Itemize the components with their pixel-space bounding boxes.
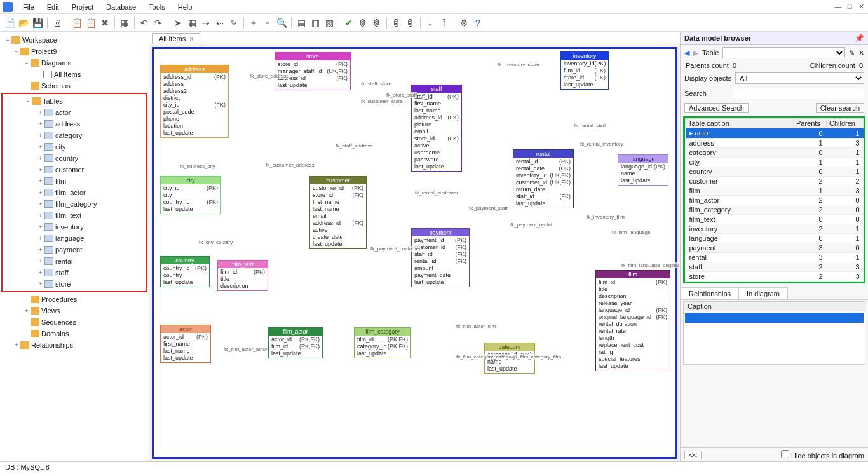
tree-table-staff[interactable]: +staff (3, 267, 146, 278)
grid-row-film_text[interactable]: film_text00 (686, 215, 864, 224)
close-panel-icon[interactable]: ✕ (858, 49, 864, 57)
tree-procedures[interactable]: Procedures (41, 296, 77, 303)
tree-tables[interactable]: Tables (43, 97, 63, 105)
tree-table-film_category[interactable]: +film_category (3, 198, 146, 210)
tree-table-city[interactable]: +city (3, 141, 146, 153)
paste-icon[interactable]: 📋 (85, 17, 97, 29)
relationships-selected-row[interactable] (685, 313, 864, 323)
undo-icon[interactable]: ↶ (139, 17, 150, 29)
nav-back-icon[interactable]: ◀ (684, 49, 689, 57)
grid-row-film[interactable]: film13 (686, 186, 864, 196)
grid-row-film_category[interactable]: film_category20 (686, 205, 864, 215)
grid-row-city[interactable]: city11 (686, 158, 864, 167)
menu-project[interactable]: Project (65, 2, 100, 12)
minimize-icon[interactable]: — (834, 3, 843, 11)
redo-icon[interactable]: ↷ (153, 17, 164, 29)
entity-film_actor[interactable]: film_actoractor_id(PK,FK)film_id(PK,FK)l… (268, 327, 323, 358)
tree-project[interactable]: Project9 (31, 48, 57, 55)
project-tree[interactable]: −Workspace −Project9 −Diagrams All Items… (0, 32, 149, 461)
menu-database[interactable]: Database (100, 2, 142, 12)
zoomfit-icon[interactable]: 🔍 (276, 17, 287, 29)
grid-row-inventory[interactable]: inventory21 (686, 224, 864, 234)
tree-table-address[interactable]: +address (3, 118, 146, 130)
grid-icon[interactable]: ▦ (119, 17, 130, 29)
pin-icon[interactable]: 📌 (855, 34, 864, 43)
settings-icon[interactable]: ⚙ (458, 17, 470, 29)
tree-table-category[interactable]: +category (3, 130, 146, 141)
entity-film[interactable]: filmfilm_id(PK)titledescriptionrelease_y… (595, 270, 670, 371)
object-select[interactable] (722, 47, 845, 58)
tree-table-rental[interactable]: +rental (3, 255, 146, 267)
tree-table-film_text[interactable]: +film_text (3, 210, 146, 221)
grid-row-address[interactable]: address13 (686, 139, 864, 148)
layout3-icon[interactable]: ▧ (323, 17, 335, 29)
tree-table-country[interactable]: +country (3, 153, 146, 164)
entity-staff[interactable]: staffstaff_id(PK)first_namelast_nameaddr… (411, 85, 462, 172)
col-caption[interactable]: Table caption (686, 119, 794, 128)
save-icon[interactable]: 💾 (32, 17, 43, 29)
tree-table-film[interactable]: +film (3, 175, 146, 187)
grid-row-film_actor[interactable]: film_actor20 (686, 196, 864, 205)
tab-relationships[interactable]: Relationships (681, 287, 739, 299)
menu-file[interactable]: File (17, 2, 41, 12)
db4-icon[interactable]: 🛢 (405, 17, 416, 29)
menu-help[interactable]: Help (172, 2, 199, 12)
pointer-icon[interactable]: ➤ (172, 17, 184, 29)
nav-fwd-icon[interactable]: ▶ (693, 49, 698, 57)
diagram-canvas[interactable]: addressaddress_id(PK)addressaddress2dist… (152, 47, 677, 459)
tree-allitems[interactable]: All Items (54, 71, 81, 78)
open-icon[interactable]: 📂 (18, 17, 29, 29)
grid-row-store[interactable]: store23 (686, 272, 864, 282)
copy-icon[interactable]: 📋 (71, 17, 83, 29)
db3-icon[interactable]: 🛢 (391, 17, 402, 29)
layout2-icon[interactable]: ▥ (309, 17, 321, 29)
grid-row-country[interactable]: country01 (686, 167, 864, 177)
menu-edit[interactable]: Edit (41, 2, 65, 12)
close-icon[interactable]: ✕ (857, 3, 865, 11)
grid-row-actor[interactable]: ▸ actor01 (686, 128, 864, 139)
grid-row-staff[interactable]: staff23 (686, 262, 864, 272)
zoomin-icon[interactable]: ＋ (248, 17, 259, 29)
table-tool-icon[interactable]: ▦ (186, 17, 198, 29)
tree-relationships[interactable]: Relationships (31, 341, 73, 349)
grid-row-category[interactable]: category01 (686, 148, 864, 158)
delete-icon[interactable]: ✖ (99, 17, 111, 29)
import-icon[interactable]: ⭳ (424, 17, 436, 29)
db1-icon[interactable]: 🛢 (357, 17, 369, 29)
display-objects-select[interactable]: All (735, 72, 864, 84)
tree-views[interactable]: Views (41, 307, 60, 315)
rel2-tool-icon[interactable]: ⇠ (214, 17, 226, 29)
layout1-icon[interactable]: ▤ (295, 17, 307, 29)
tables-grid[interactable]: Table caption Parents Children ▸ actor01… (685, 118, 864, 282)
nav-first-button[interactable]: << (684, 451, 702, 459)
tree-sequences[interactable]: Sequences (41, 318, 76, 326)
clear-search-button[interactable]: Clear search (816, 103, 864, 113)
entity-inventory[interactable]: inventoryinventory_id(PK)film_id(FK)stor… (560, 51, 609, 90)
db2-icon[interactable]: 🛢 (371, 17, 383, 29)
tree-table-actor[interactable]: +actor (3, 107, 146, 118)
search-input[interactable] (733, 88, 864, 99)
grid-row-rental[interactable]: rental31 (686, 253, 864, 262)
hide-objects-checkbox[interactable]: Hide objects in diagram (781, 450, 864, 459)
entity-actor[interactable]: actoractor_id(PK)first_namelast_namelast… (160, 325, 211, 363)
tree-table-store[interactable]: +store (3, 278, 146, 290)
entity-customer[interactable]: customercustomer_id(PK)store_id(FK)first… (309, 176, 367, 249)
new-icon[interactable]: 📄 (4, 17, 15, 29)
tree-table-customer[interactable]: +customer (3, 164, 146, 175)
tree-table-language[interactable]: +language (3, 233, 146, 244)
tree-workspace[interactable]: Workspace (22, 36, 57, 44)
edit-icon[interactable]: ✎ (849, 49, 855, 57)
entity-payment[interactable]: paymentpayment_id(PK)customer_id(FK)staf… (411, 228, 470, 287)
entity-city[interactable]: citycity_id(PK)citycountry_id(FK)last_up… (160, 176, 221, 214)
entity-film_category[interactable]: film_categoryfilm_id(PK,FK)category_id(P… (354, 327, 411, 358)
tab-in-diagram[interactable]: In diagram (738, 287, 788, 299)
entity-address[interactable]: addressaddress_id(PK)addressaddress2dist… (160, 65, 229, 138)
tree-domains[interactable]: Domains (41, 330, 69, 337)
entity-store[interactable]: storestore_id(PK)manager_staff_id(UK,FK)… (275, 52, 351, 90)
tab-close-icon[interactable]: × (189, 36, 193, 43)
menu-tools[interactable]: Tools (142, 2, 172, 12)
zoomout-icon[interactable]: － (262, 17, 273, 29)
note-tool-icon[interactable]: ✎ (228, 17, 240, 29)
tree-table-film_actor[interactable]: +film_actor (3, 187, 146, 198)
advanced-search-button[interactable]: Advanced Search (684, 103, 749, 113)
